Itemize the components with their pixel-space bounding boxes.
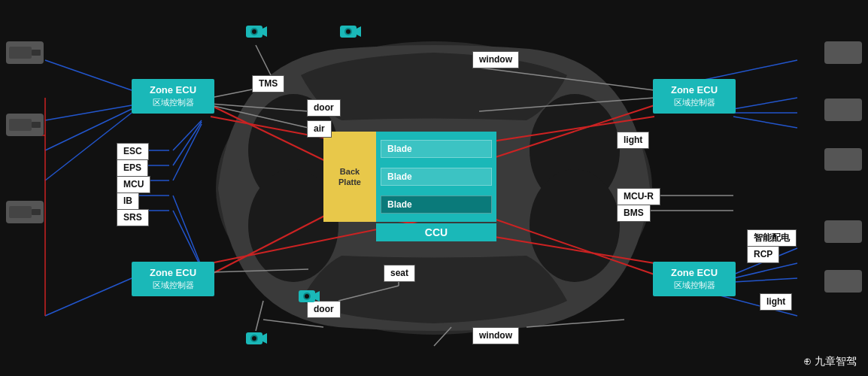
rcp-label: RCP [747,246,779,263]
svg-rect-72 [32,122,41,128]
svg-line-21 [173,120,202,150]
window-top-label: window [472,51,519,68]
svg-line-30 [479,98,654,111]
zone-ecu-tr-sub: 区域控制器 [660,97,728,108]
blade-2: Blade [381,168,492,186]
svg-line-33 [733,117,797,128]
svg-rect-70 [32,50,41,56]
ccu-container: BackPlatte Blade Blade Blade CCU [323,132,496,248]
svg-line-52 [338,286,399,301]
svg-rect-74 [32,209,41,215]
zone-ecu-bottom-right: Zone ECU 区域控制器 [653,262,736,296]
svg-point-4 [530,169,620,282]
zone-ecu-tl-label: Zone ECU [139,83,207,97]
diagram-container: Zone ECU 区域控制器 Zone ECU 区域控制器 Zone ECU 区… [0,0,868,376]
srs-label: SRS [117,209,149,226]
svg-marker-64 [263,333,267,344]
svg-line-26 [211,89,256,98]
svg-marker-60 [357,26,361,37]
svg-line-13 [45,105,132,120]
window-bottom-label: window [472,327,519,344]
watermark: ⊕ 九章智驾 [803,355,857,368]
zone-ecu-br-sub: 区域控制器 [660,280,728,291]
right-sensors [824,41,862,293]
svg-point-67 [305,294,309,299]
light-right-bottom-label: light [760,293,792,311]
svg-line-46 [45,278,132,316]
svg-line-38 [733,278,797,282]
svg-rect-73 [9,206,32,218]
eps-label: EPS [117,159,148,177]
bms-label: BMS [617,205,651,222]
svg-line-24 [173,196,202,267]
blade-1: Blade [381,140,492,158]
svg-line-39 [211,269,308,272]
mcu-r-label: MCU-R [617,188,660,205]
svg-point-55 [252,29,256,34]
zone-ecu-tl-sub: 区域控制器 [139,97,207,108]
svg-rect-71 [9,119,32,131]
mcu-label: MCU [117,176,150,193]
svg-line-42 [527,320,624,327]
svg-point-2 [530,94,620,207]
camera-top-center [244,23,267,42]
svg-line-47 [256,301,263,331]
svg-line-22 [173,122,202,165]
zone-ecu-br-label: Zone ECU [660,266,728,280]
svg-marker-56 [263,26,267,37]
ccu-label: CCU [376,223,496,241]
svg-line-7 [211,211,335,274]
tms-label: TMS [252,75,284,92]
ib-label: IB [117,193,139,210]
blades-container: Blade Blade Blade [376,132,496,222]
svg-line-29 [479,68,654,90]
svg-line-40 [263,320,323,327]
camera-bottom-center [244,329,267,349]
svg-line-27 [211,104,308,111]
zone-ecu-top-left: Zone ECU 区域控制器 [132,79,214,114]
light-right-top-label: light [617,132,649,149]
zone-ecu-bl-sub: 区域控制器 [139,280,207,291]
zone-ecu-tr-label: Zone ECU [660,83,728,97]
camera-top-door [338,23,361,42]
zone-ecu-bottom-left: Zone ECU 区域控制器 [132,262,214,296]
svg-line-44 [256,45,271,75]
svg-line-25 [173,211,202,268]
zhidian-label: 智能配电 [747,229,797,247]
svg-line-31 [733,98,797,109]
svg-point-63 [252,336,256,341]
seat-label: seat [384,265,415,282]
svg-line-23 [173,124,202,180]
left-sensors [6,41,44,223]
blade-3: Blade [381,196,492,214]
svg-line-28 [211,105,308,128]
zone-ecu-bl-label: Zone ECU [139,266,207,280]
svg-point-59 [346,29,351,34]
svg-line-43 [45,60,132,90]
svg-rect-69 [9,47,32,59]
air-label: air [307,120,332,138]
door-top-label: door [307,99,341,117]
svg-line-37 [733,263,797,278]
svg-marker-68 [315,291,320,302]
back-platte: BackPlatte [323,132,376,222]
zone-ecu-top-right: Zone ECU 区域控制器 [653,79,736,114]
esc-label: ESC [117,143,149,160]
camera-bottom-door [297,287,320,307]
svg-line-41 [434,327,451,346]
